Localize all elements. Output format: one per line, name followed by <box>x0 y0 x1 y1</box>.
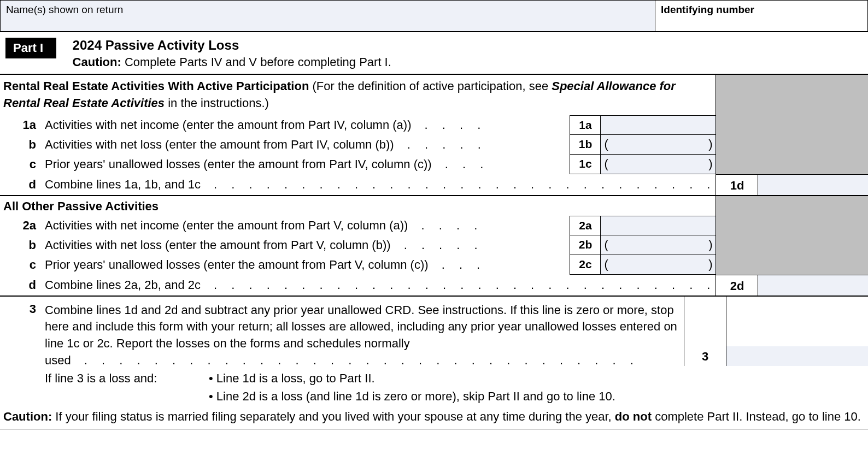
line-1a-amount[interactable] <box>601 116 715 134</box>
bullet-row-2: Line 2d is a loss (and line 1d is zero o… <box>45 387 684 405</box>
line-1b-desc: Activities with net loss (enter the amou… <box>45 135 570 155</box>
line-2b-box: 2b () <box>570 235 715 255</box>
line-3-amount-cell <box>726 297 868 366</box>
line-3-iflabel: If line 3 is a loss and: <box>45 369 209 387</box>
line-3-amount[interactable] <box>726 346 868 366</box>
other-right-col: 2d <box>715 196 868 295</box>
line-3-ifrow: If line 3 is a loss and: Line 1d is a lo… <box>0 369 684 405</box>
paren-open: ( <box>604 238 608 252</box>
footer-caution: Caution: If your filing status is marrie… <box>0 407 868 429</box>
line-1b-box: 1b () <box>570 135 715 155</box>
line-1a-box: 1a <box>570 115 715 135</box>
names-shown-label: Name(s) shown on return <box>6 4 649 16</box>
identifying-number-field[interactable]: Identifying number <box>655 1 868 31</box>
paren-close: ) <box>708 157 712 171</box>
rental-heading-rest2: in the instructions.) <box>165 96 269 110</box>
dots: . . . . <box>415 118 486 132</box>
line-3-num: 3 <box>0 302 45 369</box>
line-2b-desc: Activities with net loss (enter the amou… <box>45 235 570 255</box>
line-3-bullets: If line 3 is a loss and: Line 1d is a lo… <box>45 369 684 405</box>
line-2d-amount[interactable] <box>758 275 868 295</box>
line3-block: 3 Combine lines 1d and 2d and subtract a… <box>0 297 868 407</box>
paren-close: ) <box>708 257 712 271</box>
line-2c-num: c <box>0 255 45 275</box>
line-2b-text: Activities with net loss (enter the amou… <box>45 238 391 252</box>
line-1a-row: 1a Activities with net income (enter the… <box>0 115 715 135</box>
dots: . . . . . <box>398 138 486 152</box>
line-2d-rightbox: 2d <box>715 275 868 295</box>
line-3-rightbox-upper: 3 <box>684 297 868 366</box>
names-shown-field[interactable]: Name(s) shown on return <box>0 1 655 31</box>
line-1a-num: 1a <box>0 115 45 135</box>
footer-caution-text1: If your filing status is married filing … <box>52 410 615 423</box>
identifying-number-label: Identifying number <box>661 4 862 16</box>
line-2c-amount[interactable]: () <box>601 255 715 274</box>
line-1b-row: b Activities with net loss (enter the am… <box>0 135 715 155</box>
line-2d-text: Combine lines 2a, 2b, and 2c <box>45 278 201 292</box>
rental-block-left: Rental Real Estate Activities With Activ… <box>0 75 715 195</box>
line-1c-text: Prior years' unallowed losses (enter the… <box>45 157 432 172</box>
line-1d-text: Combine lines 1a, 1b, and 1c <box>45 178 201 192</box>
header-row: Name(s) shown on return Identifying numb… <box>0 0 868 32</box>
spacer <box>45 387 209 405</box>
line-1c-amount[interactable]: () <box>601 155 715 174</box>
line-1b-amount[interactable]: () <box>601 135 715 154</box>
line-2b-boxlabel: 2b <box>570 235 601 255</box>
line-1b-boxlabel: 1b <box>570 135 601 154</box>
line-1c-boxlabel: 1c <box>570 155 601 174</box>
line-1d-amount[interactable] <box>758 175 868 195</box>
line-2a-box: 2a <box>570 216 715 235</box>
paren-close: ) <box>708 137 712 151</box>
rental-heading-wrap: Rental Real Estate Activities With Activ… <box>0 75 715 115</box>
caution-text: Complete Parts IV and V before completin… <box>125 55 391 69</box>
line-1d-boxlabel: 1d <box>715 175 758 195</box>
line-3-desc: Combine lines 1d and 2d and subtract any… <box>45 302 684 369</box>
line-1c-row: c Prior years' unallowed losses (enter t… <box>0 155 715 174</box>
line-2b-row: b Activities with net loss (enter the am… <box>0 235 715 255</box>
line-2d-desc: Combine lines 2a, 2b, and 2c . . . . . .… <box>45 275 715 295</box>
dots: . . . . . . . . . . . . . . . . . . . . … <box>205 178 716 192</box>
caution-label: Caution: <box>73 55 121 69</box>
line-1b-num: b <box>0 135 45 155</box>
dots: . . . . <box>412 218 483 233</box>
part-header: Part I 2024 Passive Activity Loss Cautio… <box>0 32 868 75</box>
line-2d-boxlabel: 2d <box>715 275 758 295</box>
line3-right-spacer <box>684 366 868 407</box>
other-block: All Other Passive Activities 2a Activiti… <box>0 196 868 297</box>
dots: . . . <box>433 258 486 272</box>
line-2a-amount[interactable] <box>601 216 715 235</box>
spacer <box>0 369 45 405</box>
rental-block: Rental Real Estate Activities With Activ… <box>0 75 868 196</box>
rental-heading: Rental Real Estate Activities With Activ… <box>0 75 715 115</box>
line-3-row: 3 Combine lines 1d and 2d and subtract a… <box>0 302 684 369</box>
line-2a-row: 2a Activities with net income (enter the… <box>0 216 715 235</box>
rental-grey-block <box>715 75 868 174</box>
line-2a-desc: Activities with net income (enter the am… <box>45 216 570 235</box>
dots: . . . . . <box>395 238 483 252</box>
dots: . . . . . . . . . . . . . . . . . . . . … <box>75 353 639 367</box>
rental-heading-rest1: (For the definition of active participat… <box>309 79 552 93</box>
line-1a-text: Activities with net income (enter the am… <box>45 118 411 132</box>
line-2c-box: 2c () <box>570 255 715 275</box>
line-1d-row: d Combine lines 1a, 1b, and 1c . . . . .… <box>0 174 715 195</box>
other-subheader: All Other Passive Activities <box>0 196 715 216</box>
line-1c-num: c <box>0 155 45 174</box>
line3-right-col: 3 <box>684 297 868 407</box>
rental-right-col: 1d <box>715 75 868 195</box>
line-1b-text: Activities with net loss (enter the amou… <box>45 138 394 152</box>
part-label: Part I <box>5 38 56 58</box>
paren-open: ( <box>604 157 608 171</box>
footer-caution-strong: do not <box>615 410 652 423</box>
paren-open: ( <box>604 257 608 271</box>
line-2d-row: d Combine lines 2a, 2b, and 2c . . . . .… <box>0 275 715 295</box>
part-title: 2024 Passive Activity Loss <box>73 38 239 52</box>
line-1d-desc: Combine lines 1a, 1b, and 1c . . . . . .… <box>45 174 715 195</box>
other-grey-block <box>715 196 868 275</box>
line3-left: 3 Combine lines 1d and 2d and subtract a… <box>0 297 684 407</box>
line-2c-boxlabel: 2c <box>570 255 601 274</box>
part-caution: Caution: Complete Parts IV and V before … <box>73 55 391 69</box>
line-2a-text: Activities with net income (enter the am… <box>45 218 408 233</box>
line-2b-amount[interactable]: () <box>601 235 715 255</box>
dots: . . . . . . . . . . . . . . . . . . . . … <box>205 278 716 292</box>
line-2c-desc: Prior years' unallowed losses (enter the… <box>45 255 570 275</box>
